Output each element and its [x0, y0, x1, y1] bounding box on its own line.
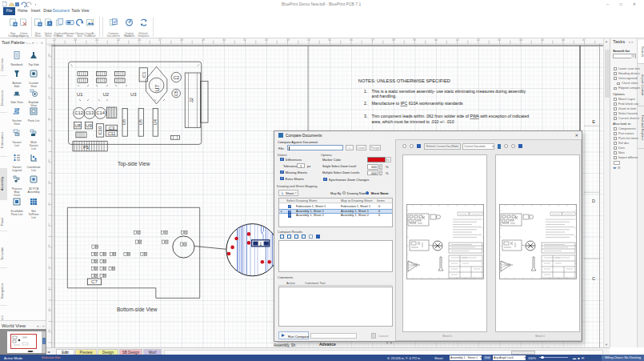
svg-text:Advance: Advance: [319, 342, 336, 347]
svg-text:This is a static sensitive ass: This is a static sensitive assembly- use…: [372, 89, 526, 94]
svg-text:-2: -2: [48, 287, 50, 291]
svg-text:C13: C13: [86, 110, 94, 115]
svg-text:Bottom-side View: Bottom-side View: [117, 307, 158, 312]
svg-text:and handling.: and handling.: [372, 94, 397, 98]
svg-text:NOTES: UNLESS OTHERWISE SPECIF: NOTES: UNLESS OTHERWISE SPECIFIED: [358, 78, 450, 83]
svg-text:47: 47: [582, 38, 586, 42]
svg-text:31: 31: [243, 38, 246, 42]
svg-text:C10: C10: [98, 126, 102, 135]
svg-text:C: C: [592, 276, 595, 281]
svg-text:U2: U2: [103, 92, 110, 97]
svg-text:42: 42: [477, 38, 480, 42]
svg-text:C1: C1: [142, 71, 146, 78]
svg-text:32: 32: [265, 38, 268, 42]
svg-text:43: 43: [498, 38, 501, 42]
svg-text:35: 35: [328, 38, 331, 42]
svg-text:-3: -3: [48, 308, 50, 311]
svg-text:36: 36: [350, 38, 353, 42]
svg-text:U1: U1: [77, 92, 83, 97]
svg-text:46: 46: [562, 38, 565, 42]
svg-text:P1: P1: [83, 145, 90, 150]
svg-text:-4: -4: [48, 329, 50, 332]
svg-text:39: 39: [413, 38, 416, 42]
svg-text:1: 1: [259, 242, 262, 247]
svg-text:24: 24: [95, 38, 98, 42]
svg-text:J2: J2: [189, 97, 194, 102]
svg-text:C5: C5: [174, 90, 178, 96]
svg-text:23: 23: [74, 38, 77, 42]
svg-text:44: 44: [519, 38, 522, 42]
svg-text:C7: C7: [91, 279, 98, 284]
svg-text:U7: U7: [154, 84, 160, 91]
svg-text:25: 25: [117, 38, 120, 42]
svg-text:C3: C3: [109, 126, 114, 130]
svg-text:41: 41: [456, 38, 459, 42]
svg-text:1.: 1.: [364, 89, 367, 94]
svg-text:3.: 3.: [364, 114, 367, 118]
svg-text:28: 28: [180, 38, 183, 42]
svg-text:30: 30: [222, 38, 226, 42]
svg-text:Trim component leads within .0: Trim component leads within .062 from so…: [372, 114, 530, 118]
svg-text:40: 40: [434, 38, 438, 42]
svg-text:34: 34: [307, 38, 310, 42]
svg-text:37: 37: [371, 38, 374, 42]
svg-text:2.: 2.: [364, 101, 367, 106]
svg-text:29: 29: [202, 38, 205, 42]
svg-text:Top-side View: Top-side View: [118, 161, 150, 167]
svg-text:D: D: [592, 199, 595, 203]
svg-text:C2: C2: [173, 75, 179, 80]
svg-text:area, which must be trimmed to: area, which must be trimmed to .010 +/- …: [372, 119, 454, 124]
svg-text:22: 22: [53, 38, 56, 42]
svg-text:E: E: [592, 119, 595, 124]
svg-text:C11: C11: [107, 131, 115, 136]
svg-text:U5: U5: [138, 119, 143, 125]
svg-text:U3: U3: [130, 92, 137, 97]
svg-text:38: 38: [392, 38, 395, 42]
svg-text:Manufacture to IPC 610A workma: Manufacture to IPC 610A workmanship stan…: [372, 101, 464, 106]
svg-text:U6: U6: [122, 119, 127, 125]
svg-text:-1: -1: [48, 266, 50, 269]
svg-text:U4: U4: [153, 118, 158, 125]
svg-text:26: 26: [138, 38, 141, 42]
svg-text:C12: C12: [74, 110, 83, 115]
svg-text:27: 27: [158, 38, 162, 42]
svg-text:33: 33: [286, 38, 290, 42]
svg-text:U9: U9: [86, 123, 91, 128]
svg-text:U8: U8: [74, 123, 80, 128]
svg-text:C14: C14: [96, 110, 105, 115]
svg-text:45: 45: [541, 38, 544, 42]
